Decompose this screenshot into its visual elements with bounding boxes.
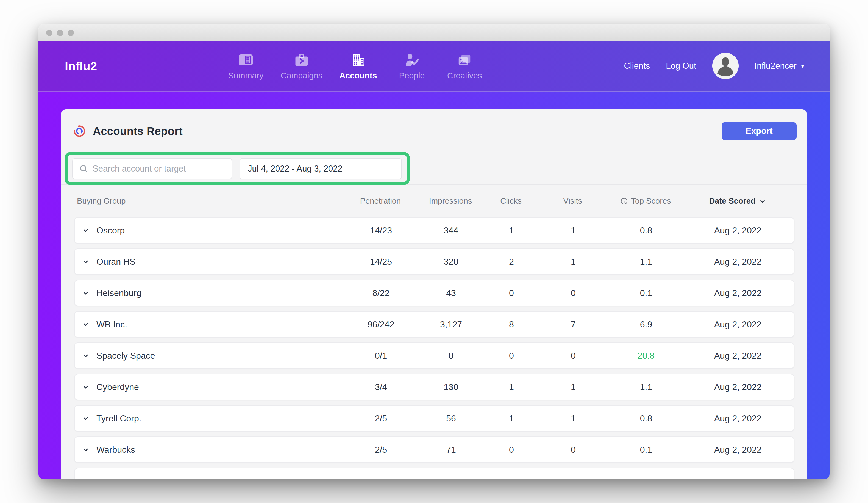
visits-value: 1 bbox=[571, 257, 576, 267]
penetration-value: 0/1 bbox=[375, 351, 387, 361]
browser-window: Influ2 SummaryCampaignsAccountsPeopleCre… bbox=[39, 24, 829, 479]
expand-row-chevron-icon[interactable] bbox=[82, 226, 90, 234]
buying-group-name: Ouran HS bbox=[96, 257, 135, 267]
info-icon[interactable] bbox=[620, 197, 628, 205]
expand-row-chevron-icon[interactable] bbox=[82, 383, 90, 391]
visits-value: 0 bbox=[571, 445, 576, 455]
impressions-value: 56 bbox=[446, 413, 456, 424]
expand-row-chevron-icon[interactable] bbox=[82, 414, 90, 422]
column-date-scored-sort[interactable]: Date Scored bbox=[709, 197, 766, 205]
date-scored-value: Aug 2, 2022 bbox=[714, 413, 762, 424]
top-score-value: 1.1 bbox=[640, 257, 652, 267]
expand-row-chevron-icon[interactable] bbox=[82, 258, 90, 266]
date-scored-value: Aug 2, 2022 bbox=[714, 445, 762, 455]
window-control-close-icon[interactable] bbox=[46, 30, 52, 36]
impressions-value: 320 bbox=[444, 257, 458, 267]
table-row-partial[interactable] bbox=[74, 468, 794, 479]
visits-value: 1 bbox=[571, 382, 576, 392]
nav-item-accounts[interactable]: Accounts bbox=[340, 52, 377, 80]
column-penetration: Penetration bbox=[360, 197, 401, 205]
top-score-value: 20.8 bbox=[638, 351, 654, 361]
date-scored-value: Aug 2, 2022 bbox=[714, 288, 762, 298]
app-body: Accounts Report Export Jul 4, 2022 - Aug… bbox=[39, 91, 829, 479]
people-icon bbox=[403, 52, 420, 68]
penetration-value: 14/23 bbox=[370, 225, 392, 235]
clicks-value: 1 bbox=[509, 413, 514, 424]
penetration-value: 96/242 bbox=[368, 319, 394, 330]
top-score-value: 0.1 bbox=[640, 445, 652, 455]
top-score-value: 0.8 bbox=[640, 225, 652, 235]
table-row[interactable]: Tyrell Corp.2/556110.8Aug 2, 2022 bbox=[74, 405, 794, 432]
table-row[interactable]: Warbucks2/571000.1Aug 2, 2022 bbox=[74, 436, 794, 463]
search-input[interactable] bbox=[89, 164, 231, 174]
impressions-value: 130 bbox=[444, 382, 458, 392]
impressions-value: 43 bbox=[446, 288, 456, 298]
expand-row-chevron-icon[interactable] bbox=[82, 320, 90, 329]
app-header: Influ2 SummaryCampaignsAccountsPeopleCre… bbox=[39, 41, 829, 91]
nav-item-label: Accounts bbox=[340, 71, 377, 80]
nav-item-people[interactable]: People bbox=[394, 52, 430, 80]
buying-group-name: Tyrell Corp. bbox=[96, 413, 142, 424]
date-range-picker[interactable]: Jul 4, 2022 - Aug 3, 2022 bbox=[239, 158, 402, 180]
date-scored-value: Aug 2, 2022 bbox=[714, 351, 762, 361]
nav-item-label: Creatives bbox=[447, 71, 482, 80]
expand-row-chevron-icon[interactable] bbox=[82, 352, 90, 360]
buying-group-name: WB Inc. bbox=[96, 319, 127, 330]
impressions-value: 3,127 bbox=[440, 319, 462, 330]
clicks-value: 1 bbox=[509, 382, 514, 392]
visits-value: 7 bbox=[571, 319, 576, 330]
table-row[interactable]: Ouran HS14/25320211.1Aug 2, 2022 bbox=[74, 249, 794, 275]
caret-down-icon: ▾ bbox=[801, 63, 804, 69]
clicks-value: 2 bbox=[509, 257, 514, 267]
nav-item-label: Campaigns bbox=[281, 71, 322, 80]
column-top-scores: Top Scores bbox=[620, 197, 671, 205]
visits-value: 1 bbox=[571, 413, 576, 424]
accounts-icon bbox=[350, 52, 366, 68]
visits-value: 0 bbox=[571, 351, 576, 361]
buying-group-name: Heisenburg bbox=[96, 288, 142, 298]
table-row[interactable]: Heisenburg8/2243000.1Aug 2, 2022 bbox=[74, 280, 794, 306]
clicks-value: 0 bbox=[509, 288, 514, 298]
report-header: Accounts Report Export bbox=[61, 109, 807, 153]
column-impressions: Impressions bbox=[429, 197, 472, 205]
window-control-zoom-icon[interactable] bbox=[68, 30, 74, 36]
clicks-value: 0 bbox=[509, 445, 514, 455]
app-logo[interactable]: Influ2 bbox=[65, 59, 97, 73]
expand-row-chevron-icon[interactable] bbox=[82, 289, 90, 297]
column-clicks: Clicks bbox=[500, 197, 521, 205]
window-titlebar bbox=[39, 24, 829, 41]
impressions-value: 71 bbox=[446, 445, 456, 455]
nav-item-summary[interactable]: Summary bbox=[228, 52, 264, 80]
penetration-value: 2/5 bbox=[375, 413, 387, 424]
table-row[interactable]: WB Inc.96/2423,127876.9Aug 2, 2022 bbox=[74, 311, 794, 338]
logout-link[interactable]: Log Out bbox=[666, 61, 696, 71]
accounts-table: Oscorp14/23344110.8Aug 2, 2022Ouran HS14… bbox=[74, 217, 794, 479]
table-row[interactable]: Oscorp14/23344110.8Aug 2, 2022 bbox=[74, 217, 794, 243]
table-row[interactable]: Spacely Space0/100020.8Aug 2, 2022 bbox=[74, 342, 794, 369]
date-range-value: Jul 4, 2022 - Aug 3, 2022 bbox=[248, 164, 342, 174]
window-control-minimize-icon[interactable] bbox=[57, 30, 63, 36]
header-right-controls: Clients Log Out Influ2encer ▾ bbox=[624, 41, 804, 91]
date-scored-value: Aug 2, 2022 bbox=[714, 319, 762, 330]
impressions-value: 344 bbox=[444, 225, 458, 235]
nav-item-campaigns[interactable]: Campaigns bbox=[281, 52, 322, 80]
nav-item-creatives[interactable]: Creatives bbox=[447, 52, 482, 80]
campaigns-icon bbox=[293, 52, 310, 68]
top-score-value: 1.1 bbox=[640, 382, 652, 392]
chevron-down-icon bbox=[758, 197, 767, 205]
nav-item-label: People bbox=[399, 71, 425, 80]
clients-link[interactable]: Clients bbox=[624, 61, 650, 71]
clicks-value: 8 bbox=[509, 319, 514, 330]
account-menu[interactable]: Influ2encer ▾ bbox=[755, 61, 804, 71]
date-scored-value: Aug 2, 2022 bbox=[714, 257, 762, 267]
table-row[interactable]: Cyberdyne3/4130111.1Aug 2, 2022 bbox=[74, 374, 794, 400]
search-icon bbox=[79, 164, 89, 174]
avatar[interactable] bbox=[712, 53, 738, 79]
expand-row-chevron-icon[interactable] bbox=[82, 445, 90, 454]
impressions-value: 0 bbox=[448, 351, 454, 361]
penetration-value: 8/22 bbox=[372, 288, 390, 298]
date-scored-value: Aug 2, 2022 bbox=[714, 225, 762, 235]
page-title: Accounts Report bbox=[93, 125, 183, 138]
date-scored-value: Aug 2, 2022 bbox=[714, 382, 762, 392]
export-button[interactable]: Export bbox=[722, 122, 797, 140]
